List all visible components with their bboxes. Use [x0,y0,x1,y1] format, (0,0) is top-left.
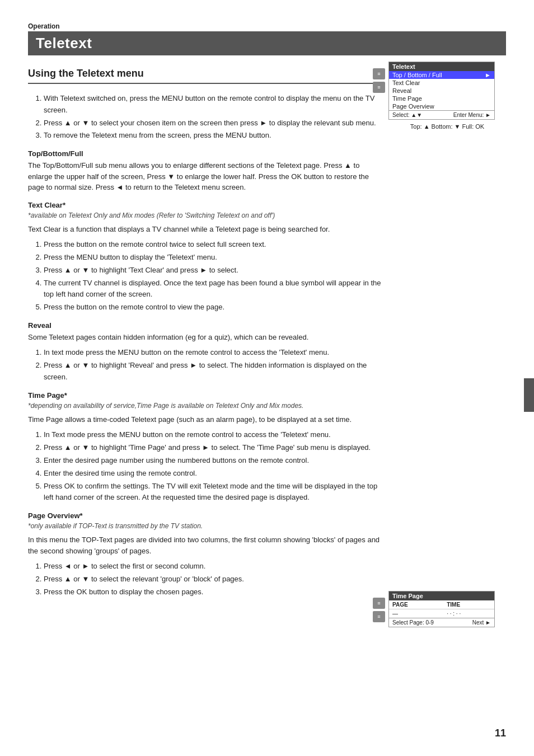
time-page-heading: Time Page* [28,391,383,400]
text-clear-item-0: Press the button on the remote control t… [44,239,383,251]
teletext-menu-item-2: Reveal [389,87,494,95]
text-clear-item-3: The current TV channel is displayed. Onc… [44,278,383,301]
time-page-item-2: Enter the desired page number using the … [44,455,383,467]
intro-list-item-0: With Teletext switched on, press the MEN… [44,93,383,116]
teletext-menu-title: Teletext [389,62,494,71]
teletext-menu: Teletext Top / Bottom / Full ► Text Clea… [388,62,495,120]
remote-icon-1: ≡ [373,68,385,79]
top-bottom-full-body: The Top/Bottom/Full sub menu allows you … [28,160,383,193]
time-page-remote-icon-2: ≡ [373,611,385,622]
time-page-menu-container: ≡ ≡ Time Page PAGE TIME — · · : · · Sele… [388,591,495,627]
reveal-section: Reveal Some Teletext pages contain hidde… [28,321,383,383]
text-clear-item-4: Press the button on the remote control t… [44,302,383,313]
teletext-menu-item-4: Page Overview [389,102,494,110]
time-page-item-4: Press OK to confirm the settings. The TV… [44,481,383,504]
page-overview-body: In this menu the TOP-Text pages are divi… [28,534,383,556]
text-clear-list: Press the button on the remote control t… [28,239,383,313]
operation-label: Operation [28,22,506,30]
reveal-heading: Reveal [28,321,383,330]
text-clear-item-2: Press ▲ or ▼ to highlight 'Text Clear' a… [44,265,383,276]
main-heading: Using the Teletext menu [28,68,383,84]
page-number: 11 [495,727,506,739]
remote-icon-2: ≡ [373,82,385,93]
time-page-note: *depending on availability of service,Ti… [28,402,383,410]
intro-list: With Teletext switched on, press the MEN… [28,93,383,142]
reveal-item-1: Press ▲ or ▼ to highlight 'Reveal' and p… [44,360,383,383]
time-page-item-0: In Text mode press the MENU button on th… [44,429,383,441]
time-page-remote-icon-1: ≡ [373,598,385,609]
time-page-table: PAGE TIME — · · : · · [389,600,494,618]
time-page-panel: ≡ ≡ Time Page PAGE TIME — · · : · · Sele… [388,591,506,627]
top-bottom-full-heading: Top/Bottom/Full [28,149,383,158]
time-page-footer: Select Page: 0-9 Next ► [389,618,494,627]
time-page-box-title: Time Page [389,591,494,600]
time-page-item-3: Enter the desired time using the remote … [44,468,383,480]
page-overview-section: Page Overview* *only available if TOP-Te… [28,511,383,598]
reveal-list: In text mode press the MENU button on th… [28,347,383,383]
text-clear-item-1: Press the MENU button to display the 'Te… [44,252,383,264]
top-bottom-full-section: Top/Bottom/Full The Top/Bottom/Full sub … [28,149,383,193]
text-clear-body: Text Clear is a function that displays a… [28,224,383,235]
time-page-side-icons: ≡ ≡ [373,598,385,622]
time-page-list: In Text mode press the MENU button on th… [28,429,383,504]
text-clear-section: Text Clear* *available on Teletext Only … [28,201,383,313]
page-overview-item-1: Press ▲ or ▼ to select the relevant 'gro… [44,574,383,585]
page-overview-item-2: Press the OK button to display the chose… [44,586,383,598]
time-page-section: Time Page* *depending on availability of… [28,391,383,504]
main-content: Using the Teletext menu With Teletext sw… [28,68,383,598]
page-overview-note: *only available if TOP-Text is transmitt… [28,522,383,530]
intro-list-item-1: Press ▲ or ▼ to select your chosen item … [44,118,383,129]
page-overview-list: Press ◄ or ► to select the first or seco… [28,561,383,598]
time-page-col1: PAGE [389,600,443,609]
text-clear-note: *available on Teletext Only and Mix mode… [28,212,383,219]
reveal-item-0: In text mode press the MENU button on th… [44,347,383,359]
teletext-menu-item-1: Text Clear [389,79,494,87]
teletext-menu-container: ≡ ≡ Teletext Top / Bottom / Full ► Text … [388,62,495,123]
section-header: Teletext [28,31,506,55]
time-page-box: Time Page PAGE TIME — · · : · · Select P… [388,591,495,627]
menu-caption: Top: ▲ Bottom: ▼ Full: OK [388,123,506,130]
teletext-menu-item-0: Top / Bottom / Full ► [389,71,494,79]
teletext-menu-item-3: Time Page [389,95,494,102]
time-page-item-1: Press ▲ or ▼ to highlight 'Time Page' an… [44,442,383,454]
text-clear-heading: Text Clear* [28,201,383,209]
side-icons: ≡ ≡ [373,68,385,93]
teletext-menu-footer: Select: ▲▼ Enter Menu: ► [389,110,494,119]
reveal-body: Some Teletext pages contain hidden infor… [28,332,383,343]
time-page-col2: TIME [443,600,494,609]
time-page-body: Time Page allows a time-coded Teletext p… [28,414,383,425]
time-page-val2: · · : · · [443,609,494,618]
time-page-val1: — [389,609,443,618]
page-overview-heading: Page Overview* [28,511,383,520]
right-panel: ≡ ≡ Teletext Top / Bottom / Full ► Text … [388,62,506,138]
intro-list-item-2: To remove the Teletext menu from the scr… [44,130,383,142]
right-tab-decoration [524,378,534,412]
page-overview-item-0: Press ◄ or ► to select the first or seco… [44,561,383,572]
